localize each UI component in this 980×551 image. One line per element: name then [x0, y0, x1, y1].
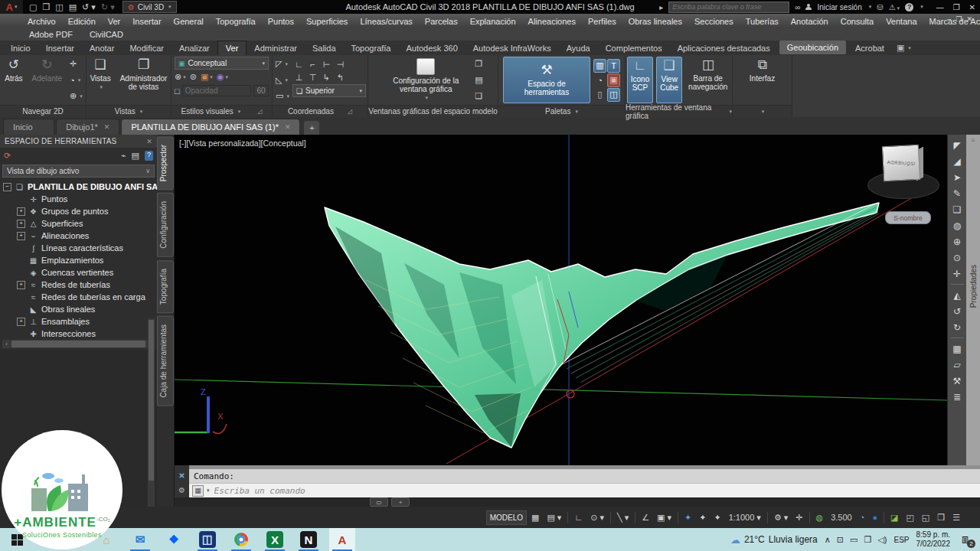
annotation-visibility-icon[interactable]: ✦ — [681, 510, 694, 525]
navbar-toggle-button[interactable]: ◫ Barra de navegación — [685, 57, 730, 103]
viewport-config-button[interactable]: Configuración de la ventana gráfica ▾ — [381, 57, 470, 103]
zoom-extents-icon[interactable]: ⊕ ▾ — [68, 91, 84, 101]
ucs-icon[interactable]: ⊥ — [292, 71, 305, 83]
taskbar-notion[interactable]: N — [296, 528, 322, 551]
ribbon-tab[interactable]: Aplicaciones destacadas — [670, 41, 778, 55]
viewcube[interactable]: IZQUIERDA — [882, 145, 920, 181]
ucs-icon[interactable]: ∟ — [292, 58, 305, 70]
autocad-app-icon[interactable]: A▾ — [0, 0, 23, 14]
scroll-left-icon[interactable]: ‹ — [2, 341, 11, 347]
separator[interactable] — [678, 512, 678, 523]
ribbon-tab[interactable]: Inicio — [3, 41, 38, 55]
named-ucs-select[interactable]: ❑ Superior ▾ — [292, 84, 366, 97]
shadows-icon[interactable]: ⊜ — [190, 72, 197, 82]
ribbon-tab[interactable]: Administrar — [247, 41, 305, 55]
separator[interactable] — [635, 512, 635, 523]
model-space-button[interactable]: MODELO — [486, 510, 527, 525]
edit-icon[interactable]: ✎ — [950, 186, 965, 201]
ortho-mode-icon[interactable]: ∟ — [571, 510, 586, 524]
ribbon-tab[interactable]: Geoubicación — [779, 41, 846, 54]
capture-alt-icon[interactable]: ◱ — [919, 510, 933, 525]
taskbar-mail[interactable]: ✉ — [127, 528, 153, 551]
menu-item[interactable]: Topografía — [210, 17, 262, 26]
slope-icon[interactable]: ◢ — [950, 154, 965, 168]
doc-minimize-button[interactable]: ‒ — [947, 15, 951, 23]
close-icon[interactable]: ✕ — [178, 471, 185, 480]
app-store-cart-icon[interactable]: ⛁ — [877, 3, 883, 11]
ribbon-tab[interactable]: Insertar — [38, 41, 82, 55]
tree-expander-icon[interactable]: + — [17, 207, 25, 216]
tree-item[interactable]: − ❏ PLANTILLA DE DIBUJO ANFI SA... — [0, 181, 157, 193]
ribbon-tab[interactable]: Ayuda — [559, 41, 598, 55]
ribbon-tab[interactable]: Ver — [217, 41, 247, 55]
menu-item[interactable]: Alineaciones — [522, 17, 582, 26]
move-icon[interactable]: ✛ — [950, 266, 965, 281]
file-tab[interactable]: Inicio ✕ — [3, 119, 54, 135]
isometric-drafting-icon[interactable]: ∠ — [639, 510, 652, 525]
ribbon-tab[interactable]: Topografía — [344, 41, 399, 55]
tree-item[interactable]: ◣ Obras lineales — [0, 303, 157, 315]
menu-item[interactable]: Consulta — [835, 17, 880, 26]
menu-item[interactable]: Ventana — [880, 17, 923, 26]
workspace-switching-icon[interactable]: ⚙ ▾ — [771, 510, 791, 525]
tree-expander-icon[interactable]: + — [17, 220, 25, 228]
pan-icon[interactable]: ✛ — [68, 59, 84, 69]
menu-item[interactable]: General — [168, 17, 210, 26]
redo-icon[interactable]: ↻ ▾ — [101, 2, 115, 12]
ucs-icon[interactable]: ↳ — [320, 71, 333, 83]
menu-item[interactable]: Explanación — [464, 17, 522, 26]
copy-icon[interactable]: ❏ — [950, 202, 965, 217]
tree-item[interactable]: + ❖ Grupos de puntos — [0, 205, 157, 217]
separator[interactable] — [884, 512, 884, 523]
tree-item[interactable]: + △ Superficies — [0, 217, 157, 230]
materials-icon[interactable]: ▣ ▾ — [201, 72, 213, 82]
layout-tab[interactable]: ▭ — [370, 497, 388, 507]
back-button[interactable]: ↺ Atrás — [2, 57, 25, 103]
keyboard-icon[interactable]: ▦ — [192, 485, 204, 497]
ucs-icon[interactable]: ⊣ — [334, 58, 347, 70]
tree-item[interactable]: ✚ Intersecciones — [0, 328, 157, 338]
help-icon[interactable]: ? — [905, 3, 913, 11]
content-palette-icon[interactable]: ▯ — [593, 88, 606, 102]
toolspace-toggle-button[interactable]: ⚒ Espacio de herramientas — [503, 57, 590, 103]
toolbox-palette-icon[interactable]: ▣ — [607, 73, 620, 87]
interface-button[interactable]: ⧉ Interfaz — [746, 57, 778, 103]
active-drawing-view-select[interactable]: Vista de dibujo activo ∨ — [2, 165, 155, 178]
sep[interactable] — [951, 337, 964, 338]
notification-center-icon[interactable]: 🗏 2 — [957, 532, 974, 547]
triangle-icon[interactable]: ◭ — [950, 288, 965, 302]
annotation-autoscale-icon[interactable]: ✦ — [696, 510, 709, 525]
ribbon-tab[interactable]: Modificar — [122, 41, 172, 55]
taskbar-chrome[interactable] — [228, 528, 254, 551]
ribbon-tab[interactable]: Acrobat — [848, 41, 892, 55]
tree-horizontal-scrollbar[interactable]: ‹ › — [2, 340, 155, 348]
ucs-world-icon[interactable]: ◸ ▾ — [274, 59, 291, 69]
drawing-viewport[interactable]: Z X [-][Vista personalizada][Conceptual]… — [175, 135, 947, 465]
elevation-value[interactable]: 3.500 — [828, 510, 855, 524]
doc-close-button[interactable]: ✕ — [966, 15, 972, 23]
user-avatar-icon[interactable] — [805, 4, 812, 10]
grid-display-icon[interactable]: ▦ — [528, 510, 542, 525]
separator[interactable] — [610, 512, 611, 523]
flag-icon[interactable]: ◤ — [950, 138, 965, 152]
help-icon[interactable]: ? — [145, 151, 153, 161]
save-icon[interactable]: ◫ — [55, 2, 63, 12]
graphics-performance-icon[interactable]: ◔ — [857, 510, 868, 524]
taskbar-autocad[interactable]: A — [329, 528, 355, 551]
toolspace-header[interactable]: ESPACIO DE HERRAMIENTAS ✕ — [0, 135, 157, 148]
new-tab-button[interactable]: + — [304, 121, 319, 135]
workspace-selector[interactable]: ⚙ Civil 3D ▾ — [122, 1, 177, 13]
ribbon-tab[interactable]: Anotar — [82, 41, 122, 55]
tree-expander-icon[interactable]: + — [17, 281, 25, 289]
open-file-icon[interactable]: ❒ — [42, 2, 50, 12]
menu-item[interactable]: Edición — [62, 17, 102, 26]
panel-label[interactable]: Coordenadas◿ — [273, 105, 368, 117]
units-icon[interactable]: ◪ — [887, 510, 901, 525]
object-snap-icon[interactable]: ▣ ▾ — [654, 510, 675, 525]
orbit-icon[interactable]: ◔ ▾ — [68, 76, 84, 85]
menu-item[interactable]: Superficies — [300, 17, 354, 26]
menu-item[interactable]: Tuberías — [740, 17, 785, 26]
language-indicator[interactable]: ESP — [893, 536, 909, 544]
toolspace-side-tab[interactable]: Caja de herramientas — [157, 316, 174, 406]
annotation-scale-icon[interactable]: ✦ — [710, 510, 724, 525]
